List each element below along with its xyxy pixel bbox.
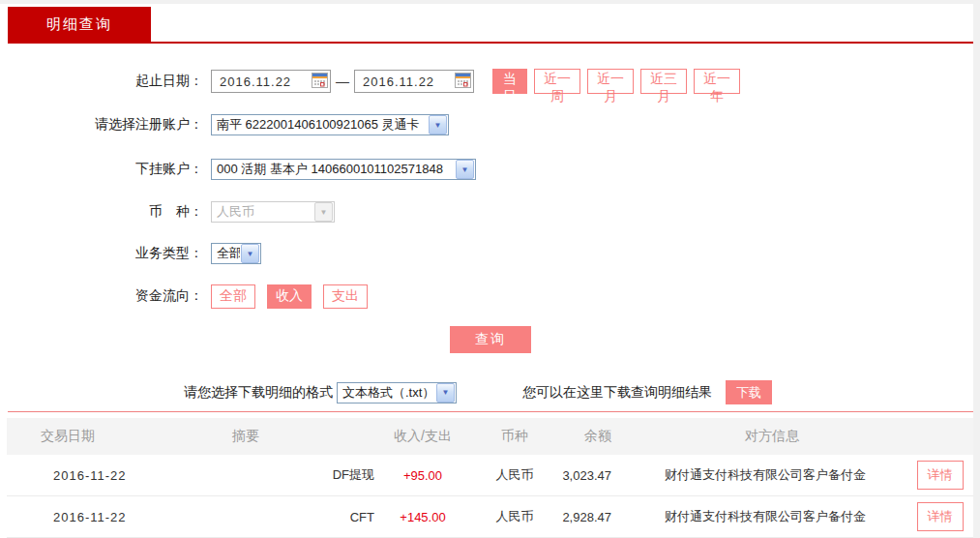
chevron-down-icon: ▼ <box>314 202 333 222</box>
date-range-separator: — <box>336 74 349 89</box>
download-format-value: 文本格式（.txt） <box>338 384 435 402</box>
date-range-label: 起止日期： <box>0 73 203 90</box>
detail-button[interactable]: 详情 <box>917 461 964 490</box>
cell-date: 2016-11-22 <box>7 468 171 483</box>
table-divider <box>8 411 973 412</box>
end-date-value: 2016.11.22 <box>363 75 434 89</box>
cell-amount: +145.00 <box>374 510 471 524</box>
business-type-label: 业务类型： <box>0 245 203 262</box>
table-header-row: 交易日期 摘要 收入/支出 币种 余额 对方信息 <box>7 418 973 455</box>
chevron-down-icon: ▼ <box>429 115 447 134</box>
header-currency: 币种 <box>471 428 558 445</box>
cell-currency: 人民币 <box>471 508 558 525</box>
registered-account-select[interactable]: 南平 6222001406100921065 灵通卡 ▼ <box>211 114 449 135</box>
sub-account-label: 下挂账户： <box>0 161 203 178</box>
cell-counterparty: 财付通支付科技有限公司客户备付金 <box>665 508 906 525</box>
calendar-icon[interactable] <box>312 73 328 91</box>
chevron-down-icon: ▼ <box>241 244 259 263</box>
results-table: 交易日期 摘要 收入/支出 币种 余额 对方信息 2016-11-22 DF提现… <box>7 418 973 538</box>
header-date: 交易日期 <box>7 428 171 445</box>
currency-value: 人民币 <box>212 203 313 221</box>
currency-select: 人民币 ▼ <box>211 201 335 223</box>
quick-range-week-button[interactable]: 近一周 <box>534 69 580 94</box>
calendar-icon[interactable] <box>455 73 471 91</box>
end-date-input[interactable]: 2016.11.22 <box>354 70 474 93</box>
tab-detail-query[interactable]: 明细查询 <box>8 7 151 42</box>
registered-account-label: 请选择注册账户： <box>0 116 203 134</box>
quick-range-month-button[interactable]: 近一月 <box>587 69 634 94</box>
cell-balance: 2,928.47 <box>558 510 665 524</box>
cell-amount: +95.00 <box>374 468 471 483</box>
header-balance: 余额 <box>558 428 665 445</box>
business-type-value: 全部 <box>212 245 240 262</box>
fund-flow-label: 资金流向： <box>0 287 203 305</box>
download-format-label: 请您选择下载明细的格式 <box>184 384 333 402</box>
header-counterparty: 对方信息 <box>665 428 906 445</box>
header-in-out: 收入/支出 <box>374 428 471 445</box>
registered-account-value: 南平 6222001406100921065 灵通卡 <box>212 116 428 134</box>
cell-currency: 人民币 <box>471 466 558 484</box>
download-button[interactable]: 下载 <box>726 380 772 404</box>
start-date-value: 2016.11.22 <box>220 75 291 89</box>
sub-account-select[interactable]: 000 活期 基本户 1406600101102571848 ▼ <box>211 159 476 180</box>
header-summary: 摘要 <box>171 428 374 445</box>
query-button[interactable]: 查询 <box>450 326 531 353</box>
table-row: 2016-11-22 CFT +145.00 人民币 2,928.47 财付通支… <box>7 496 973 538</box>
chevron-down-icon: ▼ <box>456 160 474 179</box>
fund-flow-expense-button[interactable]: 支出 <box>323 284 368 309</box>
cell-date: 2016-11-22 <box>7 510 171 524</box>
quick-range-today-button[interactable]: 当日 <box>492 69 527 94</box>
detail-button[interactable]: 详情 <box>917 502 964 531</box>
query-form: 起止日期： 2016.11.22 <box>0 44 973 404</box>
quick-range-3months-button[interactable]: 近三月 <box>640 69 687 94</box>
business-type-select[interactable]: 全部 ▼ <box>211 243 261 264</box>
cell-summary: DF提现 <box>171 466 374 484</box>
content-panel: 明细查询 起止日期： 2016.11.22 <box>0 4 973 538</box>
download-format-select[interactable]: 文本格式（.txt） ▼ <box>337 382 457 404</box>
quick-range-year-button[interactable]: 近一年 <box>694 69 740 94</box>
cell-summary: CFT <box>171 510 374 524</box>
cell-counterparty: 财付通支付科技有限公司客户备付金 <box>665 466 906 484</box>
table-row: 2016-11-22 DF提现 +95.00 人民币 3,023.47 财付通支… <box>7 455 973 496</box>
cell-balance: 3,023.47 <box>558 468 665 483</box>
tab-bar: 明细查询 <box>8 4 973 44</box>
fund-flow-income-button[interactable]: 收入 <box>267 284 312 309</box>
sub-account-value: 000 活期 基本户 1406600101102571848 <box>212 161 455 178</box>
chevron-down-icon: ▼ <box>436 383 455 403</box>
download-hint: 您可以在这里下载查询明细结果 <box>522 384 712 402</box>
start-date-input[interactable]: 2016.11.22 <box>211 70 331 93</box>
currency-label: 币 种： <box>0 203 203 221</box>
fund-flow-all-button[interactable]: 全部 <box>211 284 255 309</box>
